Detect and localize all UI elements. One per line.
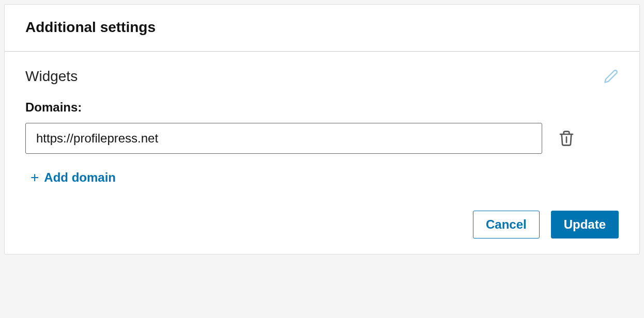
add-domain-label: Add domain: [44, 170, 116, 185]
plus-icon: +: [30, 170, 39, 185]
panel-title: Additional settings: [25, 19, 619, 36]
update-button[interactable]: Update: [551, 211, 619, 239]
cancel-button[interactable]: Cancel: [473, 211, 540, 239]
section-title-row: Widgets: [25, 68, 619, 85]
button-row: Cancel Update: [25, 211, 619, 239]
pencil-icon[interactable]: [603, 69, 619, 84]
panel-body: Widgets Domains: + Add domain: [5, 52, 639, 254]
domains-label: Domains:: [25, 100, 619, 115]
section-title: Widgets: [25, 68, 78, 85]
domain-input[interactable]: [25, 123, 542, 154]
domain-row: [25, 123, 619, 154]
add-domain-button[interactable]: + Add domain: [30, 170, 116, 185]
trash-icon[interactable]: [558, 130, 575, 147]
settings-panel: Additional settings Widgets Domains:: [4, 4, 640, 255]
panel-header: Additional settings: [5, 5, 639, 52]
